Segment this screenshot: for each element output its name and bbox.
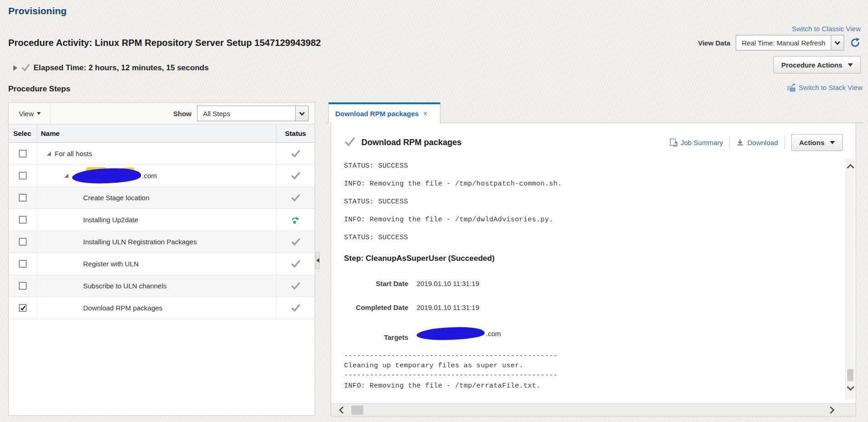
detail-tabbar: Download RPM packages × <box>326 102 863 123</box>
scroll-down-icon[interactable] <box>846 385 855 393</box>
elapsed-time-row: Elapsed Time: 2 hours, 12 minutes, 15 se… <box>13 62 209 74</box>
field-value: .com <box>486 330 501 338</box>
vertical-scrollbar[interactable] <box>845 159 855 399</box>
success-check-icon <box>344 136 356 148</box>
switch-to-stack-view-link[interactable]: Switch to Stack View <box>787 83 862 92</box>
table-row[interactable]: Register with ULN <box>9 253 315 275</box>
row-checkbox[interactable] <box>19 172 27 180</box>
procedure-steps-heading: Procedure Steps <box>8 84 70 94</box>
horizontal-scroll-thumb[interactable] <box>351 405 363 415</box>
status-success-check-icon <box>291 237 301 247</box>
field-row: Start Date 2019.01.10 11:31:19 <box>344 280 843 289</box>
table-header: Selec Name Status <box>9 124 315 143</box>
field-row: Targets .com <box>344 327 843 337</box>
procedure-actions-button[interactable]: Procedure Actions <box>773 56 861 73</box>
field-label: Completed Date <box>344 304 408 311</box>
table-row[interactable]: Subscribe to ULN channels <box>9 275 315 297</box>
activity-title: Procedure Activity: Linux RPM Repository… <box>8 38 321 48</box>
log-line: ----------------------------------------… <box>344 371 843 380</box>
scroll-right-icon[interactable] <box>829 406 835 416</box>
row-checkbox[interactable] <box>19 216 27 224</box>
toolbar-separator <box>729 135 730 149</box>
step-name: For all hosts <box>55 150 92 158</box>
procedure-steps-panel: View Show All Steps Selec Name Status <box>8 102 315 416</box>
expand-triangle-icon[interactable] <box>46 151 51 156</box>
switch-to-classic-view-link[interactable]: Switch to Classic View <box>792 25 861 33</box>
elapsed-time-text: Elapsed Time: 2 hours, 12 minutes, 15 se… <box>34 63 209 73</box>
field-value: 2019.01.10 11:31:19 <box>417 280 479 287</box>
row-checkbox[interactable] <box>19 304 27 312</box>
log-line: INFO: Removing the file - /tmp/errataFil… <box>344 381 843 391</box>
status-skipped-icon <box>291 215 300 225</box>
checkbox-check-icon <box>20 305 26 311</box>
vertical-scroll-thumb[interactable] <box>847 369 853 381</box>
chevron-down-icon[interactable] <box>295 106 308 121</box>
step-name: Register with ULN <box>83 260 139 268</box>
table-row[interactable]: Installing ULN Registration Packages <box>9 231 315 253</box>
redaction-blob <box>417 327 485 340</box>
table-row[interactable]: Download RPM packages <box>9 297 315 319</box>
download-icon <box>736 139 744 146</box>
step-detail-panel: Download RPM packages Job Summary <box>331 123 856 416</box>
provisioning-page: Provisioning Switch to Classic View Proc… <box>0 0 868 422</box>
view-data-select[interactable]: Real Time: Manual Refresh <box>736 35 844 51</box>
download-link[interactable]: Download <box>736 139 778 146</box>
step-name: .com <box>142 172 157 180</box>
field-row: Completed Date 2019.01.10 11:31:19 <box>344 304 843 313</box>
step-name: Installing Up2date <box>83 216 138 224</box>
refresh-icon[interactable] <box>850 37 861 48</box>
row-checkbox[interactable] <box>19 194 27 202</box>
actions-button[interactable]: Actions <box>791 134 843 151</box>
field-value: 2019.01.10 11:31:19 <box>417 304 479 311</box>
status-success-check-icon <box>291 303 301 313</box>
expand-triangle-icon[interactable] <box>64 173 69 178</box>
steps-table-body: For all hosts <box>9 143 315 319</box>
log-output-bottom: ----------------------------------------… <box>344 351 843 391</box>
toolbar-separator <box>50 103 51 124</box>
table-row[interactable]: Installing Up2date <box>9 209 315 231</box>
scroll-up-icon[interactable] <box>846 163 855 171</box>
status-success-check-icon <box>291 193 301 203</box>
log-output-top: STATUS: SUCCESSINFO: Removing the file -… <box>344 157 843 247</box>
toolbar-separator <box>784 135 785 149</box>
log-line: INFO: Removing the file - /tmp/hostpatch… <box>344 175 843 193</box>
column-header-name[interactable]: Name <box>37 124 276 142</box>
row-checkbox[interactable] <box>19 238 27 246</box>
scroll-left-icon[interactable] <box>338 406 344 416</box>
caret-down-icon <box>830 141 835 144</box>
show-steps-select[interactable]: All Steps <box>197 106 309 121</box>
step-name: Subscribe to ULN channels <box>83 282 167 290</box>
log-line: Cleaning up temporary files as super use… <box>344 361 843 371</box>
row-checkbox[interactable] <box>19 282 27 290</box>
field-label: Targets <box>344 333 408 341</box>
job-summary-icon <box>669 138 677 146</box>
view-data-label: View Data <box>698 39 731 47</box>
step-name: Installing ULN Registration Packages <box>83 238 197 246</box>
job-summary-link[interactable]: Job Summary <box>669 138 723 146</box>
horizontal-scrollbar[interactable] <box>331 403 856 416</box>
log-line: STATUS: SUCCESS <box>344 193 843 211</box>
status-success-check-icon <box>291 259 301 269</box>
panel-splitter-handle[interactable] <box>316 252 320 269</box>
stack-view-icon <box>787 83 796 92</box>
disclosure-triangle-icon[interactable] <box>13 65 18 71</box>
row-checkbox[interactable] <box>19 150 27 158</box>
step-heading: Step: CleanupAsSuperUser (Succeeded) <box>344 254 843 265</box>
view-menu-button[interactable]: View <box>9 103 50 124</box>
show-steps-value: All Steps <box>197 110 295 118</box>
column-header-status[interactable]: Status <box>276 124 315 142</box>
table-row[interactable]: For all hosts <box>9 143 315 165</box>
redaction-blob <box>72 169 141 183</box>
tab-download-rpm-packages[interactable]: Download RPM packages × <box>328 102 440 123</box>
row-checkbox[interactable] <box>19 260 27 268</box>
show-label: Show <box>173 110 192 118</box>
table-row[interactable]: Create Stage location <box>9 187 315 209</box>
tab-close-icon[interactable]: × <box>423 110 428 118</box>
step-name: Download RPM packages <box>83 304 163 312</box>
table-row[interactable]: .com <box>9 165 315 187</box>
step-name: Create Stage location <box>83 194 149 202</box>
caret-down-icon <box>37 112 41 115</box>
column-header-select[interactable]: Selec <box>9 124 37 142</box>
status-success-check-icon <box>291 171 301 181</box>
chevron-down-icon[interactable] <box>831 35 844 50</box>
